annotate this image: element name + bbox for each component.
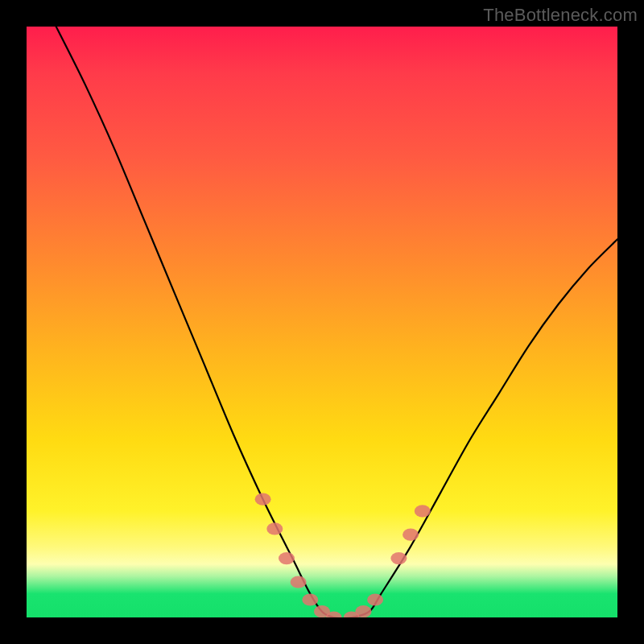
highlight-dot xyxy=(402,529,419,541)
highlight-dot xyxy=(355,605,371,617)
highlight-dot xyxy=(314,605,330,617)
highlight-dot xyxy=(266,522,283,535)
highlight-dot xyxy=(302,593,318,605)
highlight-dot xyxy=(326,611,342,617)
highlight-dot xyxy=(291,576,307,588)
curve-layer xyxy=(27,27,617,617)
plot-area xyxy=(27,27,617,617)
highlight-dot xyxy=(415,505,431,517)
marker-group xyxy=(255,493,431,617)
highlight-dot xyxy=(390,552,407,564)
highlight-dot xyxy=(255,493,271,506)
highlight-dot xyxy=(279,552,295,564)
highlight-dot xyxy=(344,611,360,617)
watermark-text: TheBottleneck.com xyxy=(483,5,638,26)
chart-stage: TheBottleneck.com xyxy=(0,0,644,644)
highlight-dot xyxy=(367,593,383,605)
bottleneck-curve-path xyxy=(56,27,617,617)
